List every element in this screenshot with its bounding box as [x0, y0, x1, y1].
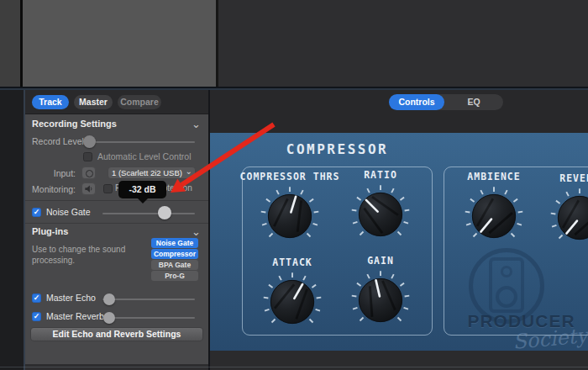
plugins-header: Plug-ins: [32, 226, 68, 236]
speaker-icon: [84, 184, 93, 193]
plugin-chain-list: Noise Gate Compressor BPA Gate Pro-G: [151, 238, 198, 282]
slider-thumb[interactable]: [158, 206, 171, 219]
master-echo-label: Master Echo: [46, 293, 96, 303]
knob-dial[interactable]: [318, 268, 444, 332]
knob-label: RATIO: [318, 169, 444, 181]
plugin-item-noise-gate[interactable]: Noise Gate: [151, 238, 198, 248]
knob-dial[interactable]: [318, 182, 444, 246]
recording-settings-header: Recording Settings: [32, 119, 117, 129]
top-left-strip: [0, 0, 20, 87]
watermark-tweeter-icon: [501, 266, 512, 278]
master-reverb-slider[interactable]: [102, 311, 195, 325]
tooltip-value: -32 dB: [129, 184, 155, 194]
compressor-plugin-panel: COMPRESSOR PRODUCER Society COMPRESSOR T…: [210, 133, 588, 351]
master-echo-slider[interactable]: [102, 293, 195, 306]
knob-ratio[interactable]: RATIO: [318, 169, 444, 246]
watermark-woofer-icon: [496, 286, 517, 308]
slider-track[interactable]: [84, 141, 195, 143]
knob-label: REVERB: [517, 172, 588, 184]
slider-thumb[interactable]: [103, 293, 115, 305]
controls-eq-segmented: Controls EQ: [389, 94, 503, 110]
noise-gate-label: Noise Gate: [46, 207, 91, 217]
noise-gate-slider[interactable]: [102, 207, 195, 220]
track-region-left: [23, 0, 216, 87]
edit-echo-reverb-button[interactable]: Edit Echo and Reverb Settings: [30, 327, 203, 341]
app-window: Track Master Compare Recording Settings …: [0, 0, 588, 370]
plugin-item-pro-g[interactable]: Pro-G: [151, 271, 198, 281]
knob-gain[interactable]: GAIN: [318, 255, 444, 332]
tab-master[interactable]: Master: [74, 95, 113, 109]
tooltip-tail: [138, 198, 148, 204]
knob-label: GAIN: [318, 255, 444, 267]
input-source-button[interactable]: [81, 166, 96, 179]
checkbox-master-echo[interactable]: ✓: [32, 293, 41, 303]
chevron-down-icon[interactable]: ⌄: [192, 228, 201, 236]
plugins-description: Use to change the sound processing.: [32, 244, 144, 266]
section-divider: [25, 223, 208, 224]
plugin-item-bpa-gate[interactable]: BPA Gate: [151, 260, 198, 270]
input-device-value: 1 (Scarlett 2i2 USB): [112, 168, 182, 177]
segment-eq[interactable]: EQ: [444, 94, 503, 110]
monitoring-button[interactable]: [81, 182, 96, 195]
checkbox-master-reverb[interactable]: ✓: [32, 312, 41, 321]
smart-controls-inspector: Track Master Compare Recording Settings …: [25, 90, 208, 364]
tab-compare[interactable]: Compare: [118, 95, 161, 109]
segment-controls[interactable]: Controls: [389, 94, 444, 110]
master-reverb-label: Master Reverb: [46, 311, 104, 321]
input-circle-icon: [86, 170, 93, 177]
track-region-right: [218, 0, 588, 87]
inspector-tabbar: Track Master Compare: [25, 90, 208, 114]
check-icon: ✓: [33, 313, 40, 320]
knob-dial[interactable]: [517, 186, 588, 250]
monitoring-label: Monitoring:: [25, 184, 76, 194]
record-level-slider[interactable]: [84, 135, 195, 149]
auto-level-label: Automatic Level Control: [97, 151, 191, 161]
checkbox-feedback-protection[interactable]: ✓: [103, 184, 113, 193]
plugin-pane-header: Controls EQ: [210, 90, 588, 133]
checkbox-noise-gate[interactable]: ✓: [32, 208, 41, 217]
checkbox-auto-level[interactable]: ✓: [83, 152, 92, 161]
tab-track[interactable]: Track: [32, 95, 69, 109]
input-device-dropdown[interactable]: 1 (Scarlett 2i2 USB) ⌄: [108, 166, 196, 179]
slider-track[interactable]: [102, 317, 195, 319]
plugin-item-compressor[interactable]: Compressor: [151, 249, 198, 259]
chevron-down-icon[interactable]: ⌄: [192, 120, 201, 129]
compressor-title: COMPRESSOR: [242, 141, 433, 157]
slider-track[interactable]: [102, 213, 195, 214]
check-icon: ✓: [33, 294, 40, 302]
slider-track[interactable]: [102, 299, 195, 300]
left-margin-column: [0, 90, 24, 370]
record-level-label: Record Level:: [32, 136, 87, 146]
knob-reverb[interactable]: REVERB: [517, 172, 588, 250]
window-bottom-edge: [0, 367, 588, 367]
chevron-down-icon: ⌄: [186, 166, 192, 176]
section-divider: [25, 200, 208, 201]
slider-thumb[interactable]: [83, 135, 96, 148]
value-tooltip: -32 dB: [118, 181, 166, 198]
input-label: Input:: [25, 168, 76, 178]
check-icon: ✓: [33, 209, 40, 216]
slider-thumb[interactable]: [103, 312, 115, 324]
